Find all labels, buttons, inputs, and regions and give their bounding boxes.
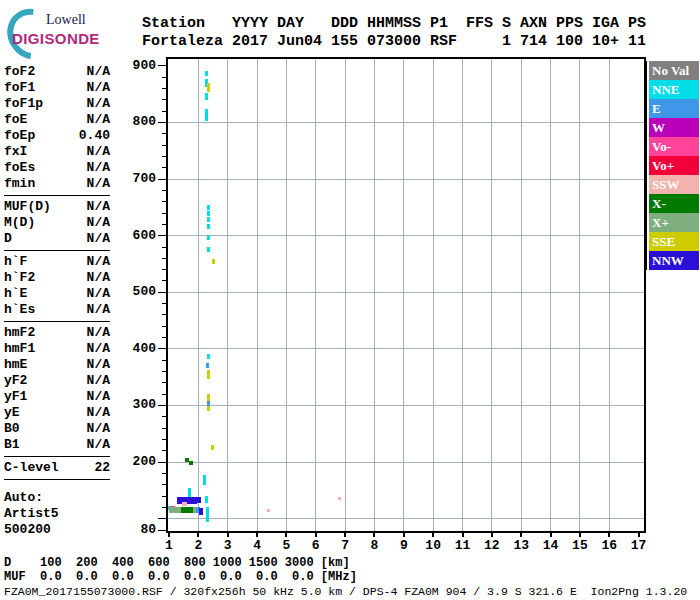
y-axis-label: 300 — [126, 398, 156, 412]
y-axis-minor-tick — [162, 224, 166, 225]
param-value: N/A — [87, 80, 110, 96]
param-label: hmE — [4, 357, 27, 373]
echo-point — [207, 83, 210, 92]
param-value: N/A — [87, 389, 110, 405]
y-axis-minor-tick — [162, 484, 166, 485]
param-row: foF2N/A — [4, 64, 110, 80]
param-row: h`EN/A — [4, 286, 110, 302]
legend-item: SSE — [649, 232, 699, 251]
gridline-vertical — [433, 59, 434, 531]
x-axis-label: 4 — [244, 539, 270, 553]
legend-item: NNE — [649, 80, 699, 99]
param-label: B1 — [4, 437, 20, 453]
param-row: hmEN/A — [4, 357, 110, 373]
gridline-horizontal — [168, 348, 644, 349]
gridline-horizontal — [168, 235, 644, 236]
x-axis-label: 5 — [273, 539, 299, 553]
gridline-vertical — [257, 59, 258, 531]
legend-item: Vo- — [649, 137, 699, 156]
echo-point — [197, 497, 201, 503]
x-axis-tick — [197, 531, 199, 537]
x-axis-label: 17 — [626, 539, 652, 553]
y-axis-minor-tick — [162, 156, 166, 157]
y-axis-minor-tick — [162, 88, 166, 89]
param-value: N/A — [87, 437, 110, 453]
echo-point — [205, 496, 208, 503]
param-value: N/A — [87, 357, 110, 373]
legend-item: NNW — [649, 251, 699, 270]
y-axis-minor-tick — [162, 382, 166, 383]
y-axis-minor-tick — [162, 314, 166, 315]
muf-row: MUF 0.0 0.0 0.0 0.0 0.0 0.0 0.0 0.0 [MHz… — [4, 570, 357, 584]
param-value: N/A — [87, 112, 110, 128]
y-axis-minor-tick — [162, 247, 166, 248]
param-row: yF1N/A — [4, 389, 110, 405]
param-value: N/A — [87, 286, 110, 302]
y-axis-minor-tick — [162, 326, 166, 327]
x-axis-label: 3 — [215, 539, 241, 553]
y-axis-minor-tick — [162, 190, 166, 191]
x-axis-tick — [403, 531, 405, 537]
y-axis-minor-tick — [162, 201, 166, 202]
y-axis-minor-tick — [162, 428, 166, 429]
y-axis-minor-tick — [162, 439, 166, 440]
param-label: hmF1 — [4, 341, 35, 357]
param-label: foF2 — [4, 64, 35, 80]
y-axis-minor-tick — [162, 416, 166, 417]
param-label: h`Es — [4, 302, 35, 318]
gridline-horizontal — [168, 122, 644, 123]
x-axis-tick — [579, 531, 581, 537]
y-axis-label: 900 — [126, 59, 156, 73]
x-axis-tick — [432, 531, 434, 537]
y-axis-minor-tick — [162, 371, 166, 372]
param-value: N/A — [87, 199, 110, 215]
gridline-vertical — [462, 59, 463, 531]
y-axis-minor-tick — [162, 450, 166, 451]
param-row: hmF1N/A — [4, 341, 110, 357]
param-label: C-level — [4, 460, 59, 476]
x-axis-tick — [638, 531, 640, 537]
station-header: Station YYYY DAY DDD HHMMSS P1 FFS S AXN… — [142, 15, 646, 51]
param-label: foEp — [4, 128, 35, 144]
x-axis-label: 13 — [508, 539, 534, 553]
gridline-vertical — [579, 59, 580, 531]
param-label: foE — [4, 112, 27, 128]
param-row: hmF2N/A — [4, 325, 110, 341]
echo-point — [207, 406, 210, 411]
digisonde-ionogram-screen: Lowell DIGISONDE Station YYYY DAY DDD HH… — [0, 0, 700, 600]
legend-item: SSW — [649, 175, 699, 194]
x-axis-label: 9 — [391, 539, 417, 553]
echo-point — [338, 497, 341, 500]
echo-point — [199, 508, 203, 515]
echo-color-legend: No ValNNEEWVo-Vo+SSWX-X+SSENNW — [649, 61, 699, 270]
x-axis-label: 11 — [450, 539, 476, 553]
param-row: yEN/A — [4, 405, 110, 421]
param-value: N/A — [87, 215, 110, 231]
y-axis-minor-tick — [162, 496, 166, 497]
x-axis-label: 1 — [156, 539, 182, 553]
y-axis-minor-tick — [162, 360, 166, 361]
y-axis-major-tick — [158, 179, 166, 180]
echo-point — [205, 71, 208, 76]
header-values-line: Fortaleza 2017 Jun04 155 073000 RSF 1 71… — [142, 33, 646, 50]
x-axis-tick — [550, 531, 552, 537]
echo-point — [212, 259, 215, 264]
y-axis-minor-tick — [162, 111, 166, 112]
param-label: h`E — [4, 286, 27, 302]
echo-point — [189, 461, 193, 465]
param-label: yE — [4, 405, 20, 421]
y-axis-minor-tick — [162, 269, 166, 270]
param-row: B0N/A — [4, 421, 110, 437]
param-row: foF1N/A — [4, 80, 110, 96]
gridline-vertical — [315, 59, 316, 531]
x-axis-tick — [462, 531, 464, 537]
y-axis-major-tick — [158, 348, 166, 349]
footer-line: Auto: — [4, 490, 110, 506]
echo-point — [207, 217, 210, 222]
param-label: MUF(D) — [4, 199, 51, 215]
param-value: N/A — [87, 231, 110, 247]
gridline-horizontal — [168, 518, 644, 519]
param-row: fminN/A — [4, 176, 110, 192]
param-label: foEs — [4, 160, 35, 176]
echo-point — [206, 507, 209, 522]
